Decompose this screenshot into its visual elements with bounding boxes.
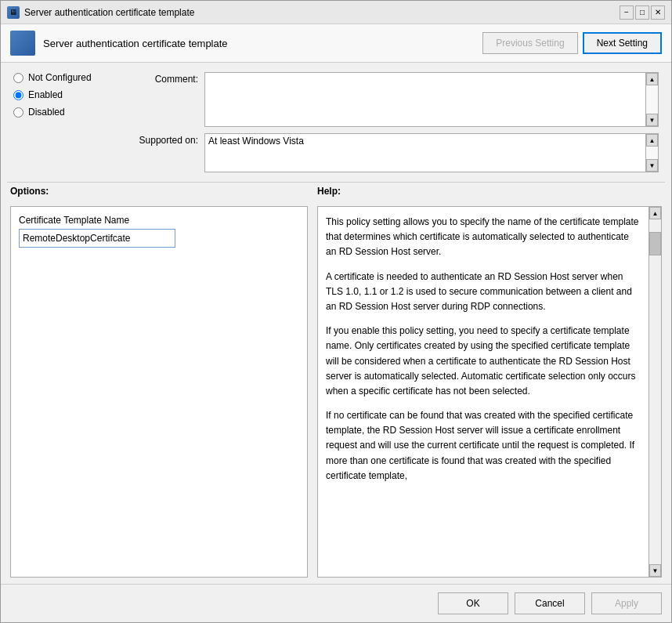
comment-row: Comment: ▲ ▼ [128,72,659,127]
comment-scroll-down[interactable]: ▼ [646,114,658,126]
not-configured-label: Not Configured [28,72,92,83]
next-setting-button[interactable]: Next Setting [583,32,662,54]
supported-scroll-down[interactable]: ▼ [646,159,658,172]
supported-textarea[interactable]: At least Windows Vista [205,134,645,172]
window-icon [7,6,20,19]
comment-textarea[interactable] [205,73,645,126]
comment-scrollbar: ▲ ▼ [645,73,658,126]
help-para-1: This policy setting allows you to specif… [326,215,641,260]
supported-label: Supported on: [128,133,198,146]
cert-template-label: Certificate Template Name [19,215,299,226]
help-text-content: This policy setting allows you to specif… [318,207,649,577]
window-controls: − □ ✕ [620,5,665,20]
main-content: Certificate Template Name This policy se… [1,200,671,584]
disabled-label: Disabled [28,107,65,118]
comment-label: Comment: [128,72,198,85]
comment-scroll-track [646,85,658,114]
minimize-button[interactable]: − [620,5,634,20]
radio-group: Not Configured Enabled Disabled [13,72,115,172]
sections-header: Options: Help: [1,183,671,200]
help-para-3: If you enable this policy setting, you n… [326,324,641,399]
ok-button[interactable]: OK [438,592,508,614]
cert-template-input[interactable] [19,229,175,248]
options-panel: Certificate Template Name [10,206,308,578]
apply-button[interactable]: Apply [591,592,662,614]
help-panel: This policy setting allows you to specif… [317,206,662,578]
config-section: Not Configured Enabled Disabled Comment: [1,63,671,182]
header-icon [10,31,35,56]
dialog-window: Server authentication certificate templa… [0,0,672,623]
enabled-radio[interactable] [13,90,23,100]
enabled-option[interactable]: Enabled [13,89,115,100]
options-header: Options: [10,186,308,197]
previous-setting-button[interactable]: Previous Setting [482,32,577,54]
header-buttons: Previous Setting Next Setting [482,32,662,54]
comment-field-container: ▲ ▼ [204,72,659,127]
not-configured-radio[interactable] [13,73,23,83]
options-content: Certificate Template Name [11,207,307,255]
not-configured-option[interactable]: Not Configured [13,72,115,83]
window-title: Server authentication certificate templa… [24,7,615,18]
title-bar: Server authentication certificate templa… [1,1,671,24]
help-para-2: A certificate is needed to authenticate … [326,270,641,315]
supported-scroll-up[interactable]: ▲ [646,134,658,147]
help-scroll-track [649,255,661,564]
header-title: Server authentication certificate templa… [43,38,475,49]
comment-supported-area: Comment: ▲ ▼ Supported on: At least Wind… [128,72,659,172]
disabled-option[interactable]: Disabled [13,107,115,118]
supported-row: Supported on: At least Windows Vista ▲ ▼ [128,133,659,172]
supported-field-container: At least Windows Vista ▲ ▼ [204,133,659,172]
header-section: Server authentication certificate templa… [1,24,671,63]
help-para-4: If no certificate can be found that was … [326,408,641,484]
help-section: This policy setting allows you to specif… [317,206,662,578]
dialog-body: Server authentication certificate templa… [1,24,671,622]
maximize-button[interactable]: □ [635,5,649,20]
options-section: Certificate Template Name [10,206,308,578]
supported-scrollbar: ▲ ▼ [645,134,658,172]
cancel-button[interactable]: Cancel [515,592,585,614]
disabled-radio[interactable] [13,107,23,118]
supported-scroll-track [646,147,658,159]
help-scrollbar: ▲ ▼ [649,207,661,577]
close-button[interactable]: ✕ [651,5,665,20]
help-scroll-thumb[interactable] [649,232,661,255]
help-header: Help: [317,186,662,197]
footer: OK Cancel Apply [1,584,671,622]
help-scroll-up[interactable]: ▲ [649,207,661,219]
comment-scroll-up[interactable]: ▲ [646,73,658,85]
help-scroll-down[interactable]: ▼ [649,564,661,577]
enabled-label: Enabled [28,89,63,100]
